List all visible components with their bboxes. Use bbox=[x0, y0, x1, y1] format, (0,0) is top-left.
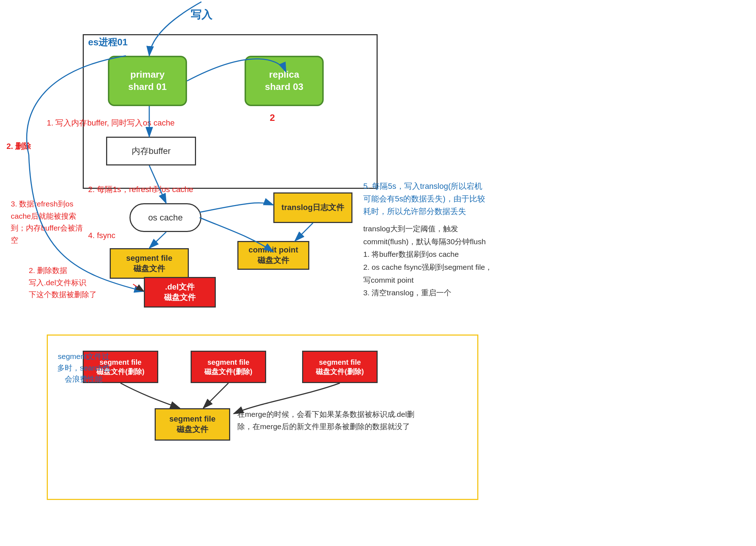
annot-2-label: 2 bbox=[270, 111, 275, 125]
translog-box: translog日志文件 bbox=[273, 192, 352, 223]
mem-buffer-box: 内存buffer bbox=[106, 137, 196, 165]
segment-deleted-3: segment file 磁盘文件(删除) bbox=[302, 351, 378, 383]
commit-point-box: commit point 磁盘文件 bbox=[237, 241, 309, 270]
del-file-box: .del文件 磁盘文件 bbox=[144, 277, 216, 308]
annot-delete: 2. 删除 bbox=[6, 140, 31, 152]
annot-del2: 2. 删除数据 写入.del文件标识 下这个数据被删除了 bbox=[29, 264, 144, 301]
diagram: 写入 es进程01 primary shard 01 replica shard… bbox=[0, 0, 756, 546]
write-label: 写入 bbox=[191, 6, 212, 23]
es-process-label: es进程01 bbox=[88, 35, 128, 49]
annot-1: 1. 写入内存buffer, 同时写入os cache bbox=[47, 117, 174, 129]
annot-translog-flush: translog大到一定阈值，触发 commit(flush)，默认每隔30分钟… bbox=[363, 222, 561, 299]
annot-4: 4. fsync bbox=[88, 229, 115, 241]
replica-shard: replica shard 03 bbox=[245, 56, 324, 106]
annot-merge: segment文件过 多时，search也 会浪费性能 bbox=[50, 351, 117, 385]
annot-merge2: 在merge的时候，会看下如果某条数据被标识成.del删 除，在merge后的新… bbox=[237, 408, 446, 432]
annot-5: 5. 每隔5s，写入translog(所以宕机 可能会有5s的数据丢失)，由于比… bbox=[363, 180, 536, 218]
segment-merged-box: segment file 磁盘文件 bbox=[155, 408, 230, 441]
primary-shard: primary shard 01 bbox=[108, 56, 187, 106]
os-cache-box: os cache bbox=[129, 203, 201, 232]
annot-refresh: 2. 每隔1s，refresh到os cache bbox=[88, 183, 193, 195]
segment-deleted-2: segment file 磁盘文件(删除) bbox=[191, 351, 266, 383]
